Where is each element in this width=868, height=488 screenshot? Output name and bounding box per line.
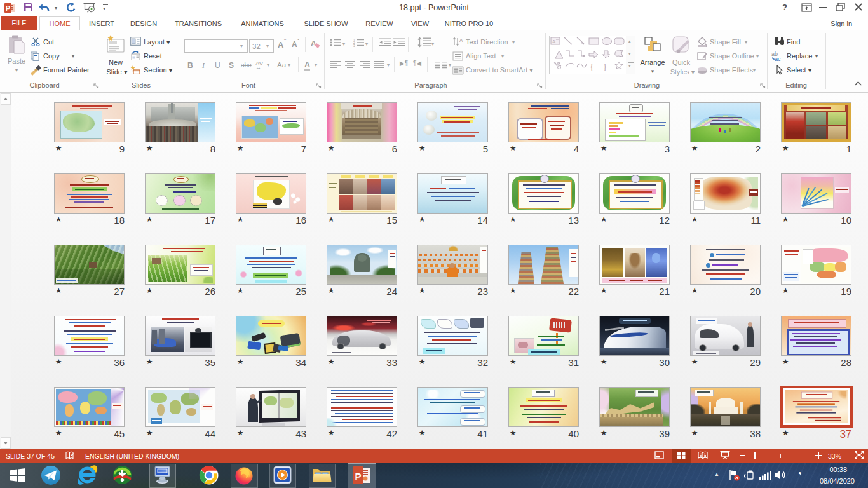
svg-text:{: {	[590, 62, 593, 71]
svg-text:A: A	[552, 39, 556, 44]
svg-text:}: }	[604, 62, 607, 71]
svg-text:P: P	[355, 471, 361, 482]
svg-text:ac: ac	[775, 56, 781, 62]
